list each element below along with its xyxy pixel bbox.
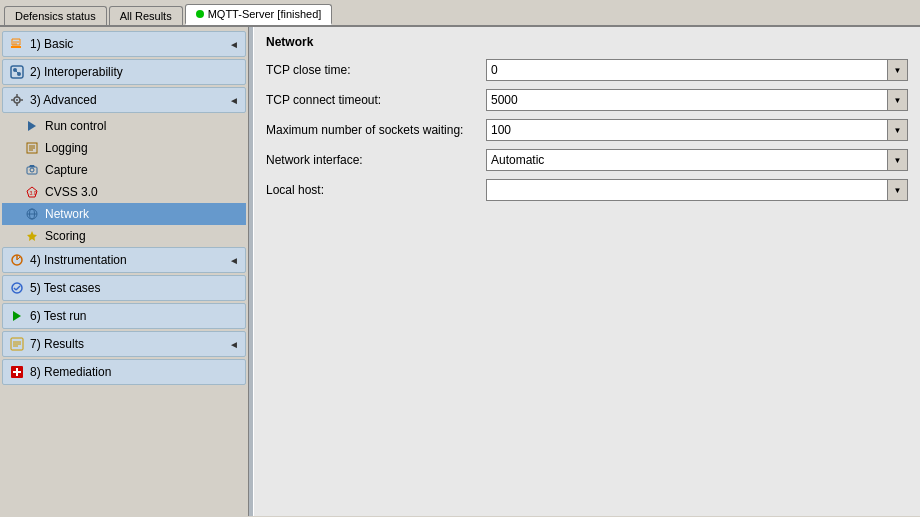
scoring-icon bbox=[24, 228, 40, 244]
network-icon bbox=[24, 206, 40, 222]
form-label-network-interface: Network interface: bbox=[266, 153, 486, 167]
tab-defensics-status[interactable]: Defensics status bbox=[4, 6, 107, 25]
sidebar-label-instrumentation: 4) Instrumentation bbox=[30, 253, 127, 267]
sidebar-sublabel-logging: Logging bbox=[45, 141, 88, 155]
sidebar-arrow-instrumentation: ◄ bbox=[229, 255, 239, 266]
sidebar-item-basic[interactable]: 1) Basic◄ bbox=[2, 31, 246, 57]
form-label-local-host: Local host: bbox=[266, 183, 486, 197]
svg-rect-0 bbox=[11, 46, 21, 48]
form-control-network-interface: ▼ bbox=[486, 149, 908, 171]
instrumentation-icon bbox=[9, 252, 25, 268]
tab-label-defensics-status: Defensics status bbox=[15, 10, 96, 22]
test-cases-icon bbox=[9, 280, 25, 296]
sidebar-wrapper: 1) Basic◄2) Interoperability3) Advanced◄… bbox=[0, 27, 254, 516]
sidebar-item-instrumentation[interactable]: 4) Instrumentation◄ bbox=[2, 247, 246, 273]
test-run-icon bbox=[9, 308, 25, 324]
run-control-icon bbox=[24, 118, 40, 134]
sidebar-label-test-run: 6) Test run bbox=[30, 309, 86, 323]
svg-marker-14 bbox=[28, 121, 36, 131]
sidebar-arrow-results: ◄ bbox=[229, 339, 239, 350]
svg-marker-21 bbox=[29, 165, 35, 167]
form-control-tcp-connect-timeout: ▼ bbox=[486, 89, 908, 111]
tab-dot-mqtt-server bbox=[196, 10, 204, 18]
form-row-network-interface: Network interface:▼ bbox=[266, 149, 908, 171]
sidebar-sublabel-scoring: Scoring bbox=[45, 229, 86, 243]
input-tcp-close-time[interactable] bbox=[487, 60, 887, 80]
sidebar-subitem-cvss[interactable]: 3.0CVSS 3.0 bbox=[2, 181, 246, 203]
sidebar-sublabel-cvss: CVSS 3.0 bbox=[45, 185, 98, 199]
sidebar-item-results[interactable]: 7) Results◄ bbox=[2, 331, 246, 357]
form-row-local-host: Local host:▼ bbox=[266, 179, 908, 201]
svg-marker-34 bbox=[13, 311, 21, 321]
input-max-sockets[interactable] bbox=[487, 120, 887, 140]
basic-icon bbox=[9, 36, 25, 52]
form-row-max-sockets: Maximum number of sockets waiting:▼ bbox=[266, 119, 908, 141]
svg-marker-27 bbox=[27, 231, 37, 241]
form-label-tcp-close-time: TCP close time: bbox=[266, 63, 486, 77]
dropdown-btn-network-interface[interactable]: ▼ bbox=[887, 150, 907, 170]
main-layout: 1) Basic◄2) Interoperability3) Advanced◄… bbox=[0, 27, 920, 516]
sidebar-label-advanced: 3) Advanced bbox=[30, 93, 97, 107]
sidebar-arrow-basic: ◄ bbox=[229, 39, 239, 50]
sidebar-item-remediation[interactable]: 8) Remediation bbox=[2, 359, 246, 385]
logging-icon bbox=[24, 140, 40, 156]
sidebar-sublabel-run-control: Run control bbox=[45, 119, 106, 133]
sidebar-label-test-cases: 5) Test cases bbox=[30, 281, 100, 295]
dropdown-btn-tcp-close-time[interactable]: ▼ bbox=[887, 60, 907, 80]
sidebar-item-test-cases[interactable]: 5) Test cases bbox=[2, 275, 246, 301]
capture-icon bbox=[24, 162, 40, 178]
cvss-icon: 3.0 bbox=[24, 184, 40, 200]
advanced-icon bbox=[9, 92, 25, 108]
content-area: Network TCP close time:▼TCP connect time… bbox=[254, 27, 920, 516]
dropdown-btn-tcp-connect-timeout[interactable]: ▼ bbox=[887, 90, 907, 110]
interoperability-icon bbox=[9, 64, 25, 80]
svg-line-7 bbox=[15, 70, 19, 74]
svg-point-9 bbox=[16, 99, 18, 101]
sidebar-subitem-run-control[interactable]: Run control bbox=[2, 115, 246, 137]
form-row-tcp-close-time: TCP close time:▼ bbox=[266, 59, 908, 81]
sidebar-subitem-network[interactable]: Network bbox=[2, 203, 246, 225]
tab-all-results[interactable]: All Results bbox=[109, 6, 183, 25]
sidebar-subitem-capture[interactable]: Capture bbox=[2, 159, 246, 181]
sidebar-subitem-logging[interactable]: Logging bbox=[2, 137, 246, 159]
tab-mqtt-server[interactable]: MQTT-Server [finished] bbox=[185, 4, 333, 25]
sidebar-label-interoperability: 2) Interoperability bbox=[30, 65, 123, 79]
input-network-interface[interactable] bbox=[487, 150, 887, 170]
dropdown-btn-max-sockets[interactable]: ▼ bbox=[887, 120, 907, 140]
tab-label-all-results: All Results bbox=[120, 10, 172, 22]
results-icon bbox=[9, 336, 25, 352]
form-control-local-host: ▼ bbox=[486, 179, 908, 201]
form-label-tcp-connect-timeout: TCP connect timeout: bbox=[266, 93, 486, 107]
svg-line-32 bbox=[14, 288, 16, 290]
sidebar-sublabel-network: Network bbox=[45, 207, 89, 221]
sidebar-label-results: 7) Results bbox=[30, 337, 84, 351]
sidebar-subitem-scoring[interactable]: Scoring bbox=[2, 225, 246, 247]
sidebar-arrow-advanced: ◄ bbox=[229, 95, 239, 106]
dropdown-btn-local-host[interactable]: ▼ bbox=[887, 180, 907, 200]
sidebar-sublabel-capture: Capture bbox=[45, 163, 88, 177]
tab-bar: Defensics statusAll ResultsMQTT-Server [… bbox=[0, 0, 920, 27]
form-control-tcp-close-time: ▼ bbox=[486, 59, 908, 81]
remediation-icon bbox=[9, 364, 25, 380]
form-label-max-sockets: Maximum number of sockets waiting: bbox=[266, 123, 486, 137]
input-tcp-connect-timeout[interactable] bbox=[487, 90, 887, 110]
sidebar-item-advanced[interactable]: 3) Advanced◄ bbox=[2, 87, 246, 113]
sidebar: 1) Basic◄2) Interoperability3) Advanced◄… bbox=[0, 27, 248, 516]
form-control-max-sockets: ▼ bbox=[486, 119, 908, 141]
sidebar-label-basic: 1) Basic bbox=[30, 37, 73, 51]
svg-line-33 bbox=[16, 286, 20, 290]
sidebar-item-test-run[interactable]: 6) Test run bbox=[2, 303, 246, 329]
sidebar-label-remediation: 8) Remediation bbox=[30, 365, 111, 379]
svg-point-20 bbox=[30, 168, 34, 172]
svg-text:3.0: 3.0 bbox=[30, 190, 37, 196]
input-local-host[interactable] bbox=[487, 180, 887, 200]
form-row-tcp-connect-timeout: TCP connect timeout:▼ bbox=[266, 89, 908, 111]
section-title: Network bbox=[266, 35, 908, 49]
sidebar-item-interoperability[interactable]: 2) Interoperability bbox=[2, 59, 246, 85]
tab-label-mqtt-server: MQTT-Server [finished] bbox=[208, 8, 322, 20]
